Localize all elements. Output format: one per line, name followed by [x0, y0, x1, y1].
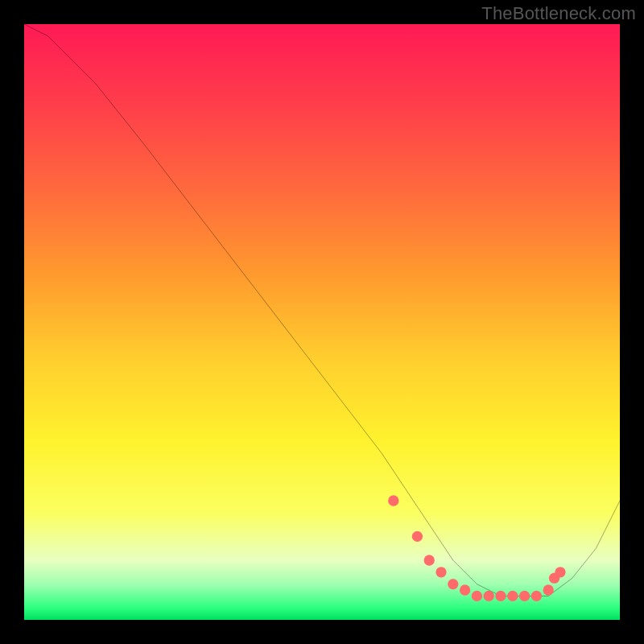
marker-dot: [448, 579, 458, 589]
watermark-text: TheBottleneck.com: [481, 3, 636, 24]
marker-dot: [531, 591, 542, 601]
marker-dot: [507, 591, 518, 601]
main-curve: [24, 24, 620, 596]
marker-dot: [472, 591, 482, 601]
marker-dot: [555, 567, 565, 577]
marker-dots: [388, 495, 566, 601]
marker-dot: [495, 591, 506, 601]
marker-dot: [484, 591, 494, 601]
marker-dot: [460, 584, 470, 595]
marker-dot: [543, 584, 554, 595]
curve-layer: [24, 24, 620, 620]
marker-dot: [412, 531, 423, 542]
marker-dot: [519, 591, 530, 601]
marker-dot: [424, 555, 435, 565]
marker-dot: [436, 567, 446, 577]
marker-dot: [388, 495, 398, 506]
plot-area: [24, 24, 620, 620]
chart-frame: TheBottleneck.com: [0, 0, 644, 644]
